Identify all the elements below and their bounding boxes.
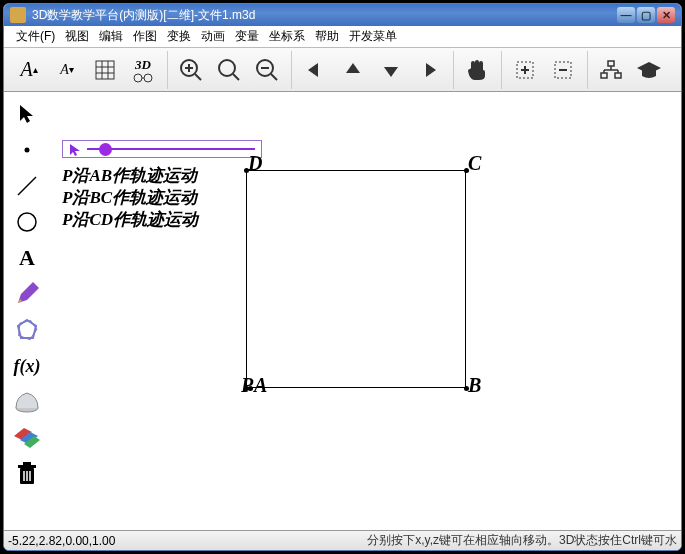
canvas[interactable]: P沿AB作轨迹运动 P沿BC作轨迹运动 P沿CD作轨迹运动 D C P A B [50, 92, 681, 530]
svg-point-5 [134, 74, 142, 82]
svg-marker-52 [70, 144, 80, 156]
font-down-button[interactable]: A▾ [48, 51, 86, 89]
svg-marker-20 [426, 63, 436, 77]
tool-sidebar: A f(x) [4, 92, 50, 530]
label-A[interactable]: A [254, 374, 267, 397]
select-sub-button[interactable] [544, 51, 582, 89]
square-ABCD[interactable] [246, 170, 466, 388]
svg-marker-38 [18, 282, 39, 303]
slider-handle[interactable] [99, 143, 112, 156]
svg-rect-28 [615, 73, 621, 78]
text-line-3[interactable]: P沿CD作轨迹运动 [62, 208, 198, 231]
toolbar-sep [162, 51, 168, 89]
menu-edit[interactable]: 编辑 [95, 26, 127, 47]
app-icon [10, 7, 26, 23]
menu-transform[interactable]: 变换 [163, 26, 195, 47]
menubar: 文件(F) 视图 编辑 作图 变换 动画 变量 坐标系 帮助 开发菜单 [4, 26, 681, 48]
svg-rect-26 [608, 61, 614, 66]
menu-draw[interactable]: 作图 [129, 26, 161, 47]
toolbar-sep [582, 51, 588, 89]
svg-rect-27 [601, 73, 607, 78]
cursor-icon [69, 143, 83, 157]
function-tool[interactable]: f(x) [10, 352, 44, 380]
svg-rect-47 [18, 465, 36, 468]
svg-marker-34 [20, 105, 33, 123]
zoom-out-button[interactable] [248, 51, 286, 89]
menu-file[interactable]: 文件(F) [12, 26, 59, 47]
window-title: 3D数学教学平台(内测版)[二维]-文件1.m3d [32, 7, 617, 24]
zoom-in-button[interactable] [172, 51, 210, 89]
label-PH[interactable]: P [241, 374, 253, 397]
svg-marker-18 [346, 63, 360, 73]
slider[interactable] [62, 140, 262, 158]
app-window: 3D数学教学平台(内测版)[二维]-文件1.m3d — ▢ ✕ 文件(F) 视图… [3, 3, 682, 551]
pencil-tool[interactable] [10, 280, 44, 308]
delete-tool[interactable] [10, 460, 44, 488]
window-buttons: — ▢ ✕ [617, 7, 675, 23]
font-up-button[interactable]: A▴ [10, 51, 48, 89]
polygon-tool[interactable] [10, 316, 44, 344]
menu-coord[interactable]: 坐标系 [265, 26, 309, 47]
toolbar-sep [286, 51, 292, 89]
toolbar: A▴ A▾ 3D [4, 48, 681, 92]
svg-line-15 [271, 74, 277, 80]
toolbar-sep [496, 51, 502, 89]
arrow-down-button[interactable] [372, 51, 410, 89]
pan-button[interactable] [458, 51, 496, 89]
menu-animate[interactable]: 动画 [197, 26, 229, 47]
color-tool[interactable] [10, 424, 44, 452]
select-add-button[interactable] [506, 51, 544, 89]
graduate-button[interactable] [630, 51, 668, 89]
grid-button[interactable] [86, 51, 124, 89]
svg-line-9 [195, 74, 201, 80]
svg-marker-19 [384, 67, 398, 77]
solid-tool[interactable] [10, 388, 44, 416]
statusbar: -5.22,2.82,0.00,1.00 分别按下x,y,z键可在相应轴向移动。… [4, 530, 681, 550]
status-coords: -5.22,2.82,0.00,1.00 [8, 534, 115, 548]
select-tool[interactable] [10, 100, 44, 128]
tree-button[interactable] [592, 51, 630, 89]
circle-tool[interactable] [10, 208, 44, 236]
svg-line-36 [18, 177, 36, 195]
svg-point-12 [219, 60, 235, 76]
maximize-button[interactable]: ▢ [637, 7, 655, 23]
label-C[interactable]: C [468, 152, 481, 175]
status-hint: 分别按下x,y,z键可在相应轴向移动。3D状态按住Ctrl键可水 [367, 532, 677, 549]
label-B[interactable]: B [468, 374, 481, 397]
titlebar: 3D数学教学平台(内测版)[二维]-文件1.m3d — ▢ ✕ [4, 4, 681, 26]
minimize-button[interactable]: — [617, 7, 635, 23]
slider-track [87, 148, 255, 150]
3d-button[interactable]: 3D [124, 51, 162, 89]
text-tool[interactable]: A [10, 244, 44, 272]
label-D[interactable]: D [248, 152, 262, 175]
menu-view[interactable]: 视图 [61, 26, 93, 47]
arrow-left-button[interactable] [296, 51, 334, 89]
toolbar-sep [448, 51, 454, 89]
close-button[interactable]: ✕ [657, 7, 675, 23]
arrow-up-button[interactable] [334, 51, 372, 89]
svg-point-6 [144, 74, 152, 82]
workarea: A f(x) P沿AB作轨迹运动 P沿BC作轨迹运动 P沿CD作轨迹运动 D [4, 92, 681, 530]
text-line-1[interactable]: P沿AB作轨迹运动 [62, 164, 197, 187]
svg-rect-48 [23, 462, 31, 465]
zoom-reset-button[interactable] [210, 51, 248, 89]
svg-marker-17 [308, 63, 318, 77]
line-tool[interactable] [10, 172, 44, 200]
menu-help[interactable]: 帮助 [311, 26, 343, 47]
point-tool[interactable] [10, 136, 44, 164]
arrow-right-button[interactable] [410, 51, 448, 89]
svg-point-37 [18, 213, 36, 231]
svg-line-13 [233, 74, 239, 80]
menu-dev[interactable]: 开发菜单 [345, 26, 401, 47]
svg-point-35 [25, 148, 30, 153]
menu-variable[interactable]: 变量 [231, 26, 263, 47]
text-line-2[interactable]: P沿BC作轨迹运动 [62, 186, 197, 209]
svg-rect-0 [96, 61, 114, 79]
